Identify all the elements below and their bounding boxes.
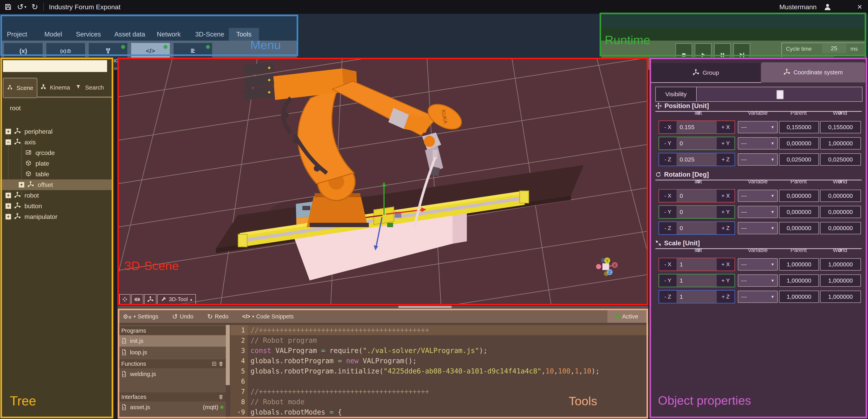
code-line-7[interactable]: 7//+++++++++++++++++++++++++++++++++++++… [230,386,649,397]
increment-y-button[interactable]: + Y [717,206,735,218]
scene-hscrollbar[interactable] [117,306,648,308]
code-line-8[interactable]: 8// Robot mode [230,397,649,407]
expander-plus-icon[interactable]: + [19,182,24,188]
plus-icon[interactable] [212,361,217,366]
undo-icon[interactable]: ↺ [17,2,24,11]
expander-plus-icon[interactable]: + [5,214,11,220]
decrement-z-button[interactable]: - Z [659,222,677,234]
settings-menu[interactable]: ⚙⚙ ▾ Settings [123,313,158,320]
tab-network[interactable]: Network [157,28,181,41]
init-x-input[interactable]: 0 [677,190,717,202]
decrement-x-button[interactable]: - X [659,258,677,270]
tab-tools[interactable]: Tools [229,28,259,41]
decrement-z-button[interactable]: - Z [659,291,677,303]
gear-icon[interactable]: ⚙ [838,248,842,253]
code-line-5[interactable]: 5globals.robotProgram.initialize("4225dd… [230,366,649,376]
init-y-input[interactable]: 0 [677,137,717,150]
redo-button[interactable]: ↻ Redo [207,313,228,320]
code-line-6[interactable]: 6 [230,376,649,386]
variable-select-x[interactable]: ---▼ [738,190,778,202]
variable-select-y[interactable]: ---▼ [738,206,778,218]
code-line-2[interactable]: 2// Robot program [230,335,649,346]
init-y-input[interactable]: 1 [677,275,717,287]
tree-search-input[interactable] [3,60,107,72]
tree-item-axis[interactable]: −axis [0,137,113,148]
tab-asset-data[interactable]: Asset data [114,28,145,41]
tab-search[interactable]: Search [73,78,106,97]
gamepad-button[interactable] [131,294,144,304]
program-scrollbar-thumb[interactable] [226,325,230,385]
tab-model[interactable]: Model [44,28,62,41]
init-z-input[interactable]: 1 [677,291,717,303]
code-line-1[interactable]: 1//+++++++++++++++++++++++++++++++++++++… [230,325,649,335]
tab-3d-scene[interactable]: 3D-Scene [195,28,224,41]
3d-tool-button[interactable]: 3D-Tool ▴ [157,294,196,304]
tree-item-button[interactable]: +button [0,201,113,212]
scene-hscrollbar-thumb[interactable] [398,306,452,308]
tab-group[interactable]: Group [651,63,760,83]
variable-select-z[interactable]: ---▼ [738,291,778,303]
init-x-input[interactable]: 1 [677,258,717,270]
increment-x-button[interactable]: + X [717,190,735,202]
axes-button[interactable] [144,294,156,304]
expander-plus-icon[interactable]: + [5,129,11,134]
fold-icon[interactable]: ▾ [238,410,240,415]
increment-y-button[interactable]: + Y [717,137,735,150]
program-file-asset.js[interactable]: asset.js(mqtt) [119,401,226,413]
tab-services[interactable]: Services [76,28,101,41]
tab-project[interactable]: Project [7,28,27,41]
variable-select-x[interactable]: ---▼ [738,258,778,270]
decrement-x-button[interactable]: - X [659,190,677,202]
increment-x-button[interactable]: + X [717,258,735,270]
gear-icon[interactable]: ⚙ [838,110,842,116]
init-z-input[interactable]: 0.025 [677,153,717,166]
gear-icon[interactable]: ⚙ [838,179,842,184]
gear-icon[interactable]: ⚙ [696,248,700,253]
tree-item-offset[interactable]: +offset [0,180,113,190]
trash-icon[interactable] [218,394,223,399]
tree-item-peripheral[interactable]: +peripheral [0,126,113,137]
tab-coordinate-system[interactable]: Coordinate system [761,62,865,83]
tree-item-table[interactable]: table [0,169,113,180]
expander-plus-icon[interactable]: + [5,203,11,209]
decrement-z-button[interactable]: - Z [659,153,677,166]
code-snippets-menu[interactable]: </> ▾ Code Snippets [242,313,294,320]
increment-z-button[interactable]: + Z [717,222,735,234]
cycle-time-input[interactable]: 25 [822,44,846,53]
decrement-y-button[interactable]: - Y [659,206,677,218]
tab-kinematics[interactable]: Kinema [39,78,71,97]
increment-z-button[interactable]: + Z [717,153,735,166]
trash-icon[interactable] [218,361,223,366]
variable-select-z[interactable]: ---▼ [738,222,778,234]
init-z-input[interactable]: 0 [677,222,717,234]
code-line-9[interactable]: ▾9globals.robotModes = { [230,407,649,417]
tab-scene[interactable]: Scene [3,78,37,98]
init-y-input[interactable]: 0 [677,206,717,218]
decrement-x-button[interactable]: - X [659,121,677,133]
decrement-y-button[interactable]: - Y [659,137,677,150]
program-file-loop.js[interactable]: loop.js [119,347,226,358]
undo-dropdown-caret-icon[interactable]: ▾ [25,4,26,9]
variable-select-z[interactable]: ---▼ [738,153,778,166]
tree-item-robot[interactable]: +robot [0,190,113,201]
save-icon[interactable] [4,3,12,11]
close-icon[interactable]: × [857,2,862,12]
variable-select-y[interactable]: ---▼ [738,137,778,150]
code-editor[interactable]: 1//+++++++++++++++++++++++++++++++++++++… [230,325,649,419]
tree-root-item[interactable]: root [10,104,21,112]
variable-select-y[interactable]: ---▼ [738,275,778,287]
expander-plus-icon[interactable]: + [5,193,11,198]
increment-x-button[interactable]: + X [717,121,735,133]
tree-item-manipulator[interactable]: +manipulator [0,212,113,222]
program-file-init.js[interactable]: init.js [119,335,226,347]
variable-select-x[interactable]: ---▼ [738,121,778,133]
code-line-4[interactable]: 4globals.robotProgram = new VALProgram()… [230,356,649,366]
undo-button[interactable]: ↺ Undo [172,313,193,320]
decrement-y-button[interactable]: - Y [659,275,677,287]
code-line-3[interactable]: 3const VALProgram = require("./val-solve… [230,346,649,356]
gear-icon[interactable]: ⚙ [696,179,700,184]
program-file-welding.js[interactable]: welding.js [119,368,226,380]
expander-minus-icon[interactable]: − [5,139,11,145]
increment-z-button[interactable]: + Z [717,291,735,303]
user-icon[interactable] [823,3,832,11]
